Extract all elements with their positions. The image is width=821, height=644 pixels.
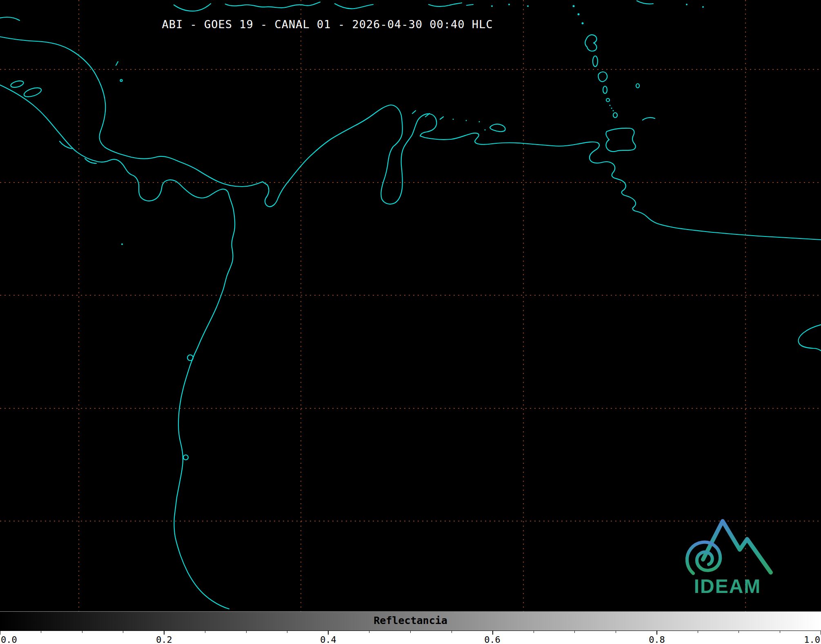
colorbar-minor-tick <box>698 631 698 633</box>
colorbar-minor-tick <box>41 631 41 633</box>
island-grenada <box>613 113 617 118</box>
colorbar-tick-label: 0.0 <box>1 635 17 644</box>
pacific-bay-island <box>183 455 188 460</box>
island-grenadines <box>613 110 614 111</box>
small-island <box>573 5 575 7</box>
reflectance-colorbar: Reflectancia <box>0 611 821 631</box>
island-coche <box>485 129 486 131</box>
island-bonaire <box>440 117 443 119</box>
island-hispaniola-east <box>335 4 373 9</box>
island-vieques <box>467 4 473 5</box>
colorbar-tick-label: 0.8 <box>649 635 665 644</box>
colorbar-label: Reflectancia <box>0 615 821 626</box>
island-jamaica <box>174 4 211 11</box>
colorbar-major-tick <box>0 631 0 635</box>
island-los-roques <box>479 121 480 123</box>
island-grenadines <box>610 105 611 106</box>
island-top-right-fragment <box>637 1 653 4</box>
small-island <box>491 5 493 7</box>
island-margarita <box>490 124 505 131</box>
island-st-vincent <box>606 98 610 102</box>
colorbar-major-tick <box>164 631 165 635</box>
small-island <box>702 6 704 8</box>
ideam-logo-art <box>679 510 776 576</box>
coastline-caribbean-south-america <box>0 37 821 240</box>
island-trinidad <box>606 128 635 152</box>
lake-managua <box>10 80 24 89</box>
island-los-roques <box>466 120 467 121</box>
island-san-andres <box>116 62 118 65</box>
satellite-image-figure: ABI - GOES 19 - CANAL 01 - 2026-04-30 00… <box>0 0 821 644</box>
island-aruba <box>412 111 416 114</box>
colorbar-minor-tick <box>739 631 739 633</box>
colorbar-minor-tick <box>616 631 616 633</box>
colorbar-major-tick <box>328 631 329 635</box>
colorbar-minor-tick <box>205 631 205 633</box>
small-island <box>527 5 529 7</box>
colorbar-tick-label: 0.6 <box>484 635 501 644</box>
colorbar-minor-tick <box>369 631 369 633</box>
colorbar-axis: 0.0 0.2 0.4 0.6 0.8 1.0 <box>0 631 821 644</box>
satellite-map: ABI - GOES 19 - CANAL 01 - 2026-04-30 00… <box>0 0 821 611</box>
island-malpelo <box>121 243 123 245</box>
island-dominica <box>593 56 598 67</box>
small-island <box>582 22 584 25</box>
island-martinique <box>598 72 607 82</box>
colorbar-minor-tick <box>780 631 780 633</box>
colorbar-tick-label: 1.0 <box>804 635 820 644</box>
colorbar-minor-tick <box>123 631 123 633</box>
small-island <box>578 13 580 16</box>
ideam-logo-text: IDEAM <box>679 577 776 596</box>
colorbar-major-tick <box>656 631 657 635</box>
colorbar-major-tick <box>492 631 493 635</box>
coastline-honduras-fragment <box>0 17 20 20</box>
colorbar-minor-tick <box>82 631 82 633</box>
island-guadeloupe <box>585 35 596 51</box>
colorbar-tick-label: 0.2 <box>156 635 172 644</box>
island-los-roques <box>453 119 454 120</box>
image-title: ABI - GOES 19 - CANAL 01 - 2026-04-30 00… <box>162 18 493 31</box>
colorbar-minor-tick <box>452 631 452 633</box>
island-st-lucia <box>603 86 607 94</box>
coastline-right-edge-fragment <box>799 325 821 351</box>
pacific-bay-island <box>187 355 193 361</box>
small-island <box>686 4 688 5</box>
island-barbados <box>636 84 639 88</box>
island-puerto-rico <box>429 3 462 7</box>
colorbar-minor-tick <box>534 631 534 633</box>
island-tobago <box>643 118 655 120</box>
ideam-logo: IDEAM <box>679 510 776 596</box>
mountain-icon <box>703 521 771 573</box>
island-hispaniola-west <box>225 2 320 8</box>
small-island <box>508 4 510 5</box>
colorbar-minor-tick <box>574 631 575 633</box>
colorbar-minor-tick <box>246 631 247 633</box>
colorbar-minor-tick <box>287 631 287 633</box>
coastline-pacific <box>0 85 235 609</box>
colorbar-tick-label: 0.4 <box>320 635 336 644</box>
lake-nicaragua <box>23 86 42 99</box>
island-providencia <box>120 80 122 82</box>
colorbar-minor-tick <box>410 631 411 633</box>
island-grenadines <box>611 108 612 109</box>
